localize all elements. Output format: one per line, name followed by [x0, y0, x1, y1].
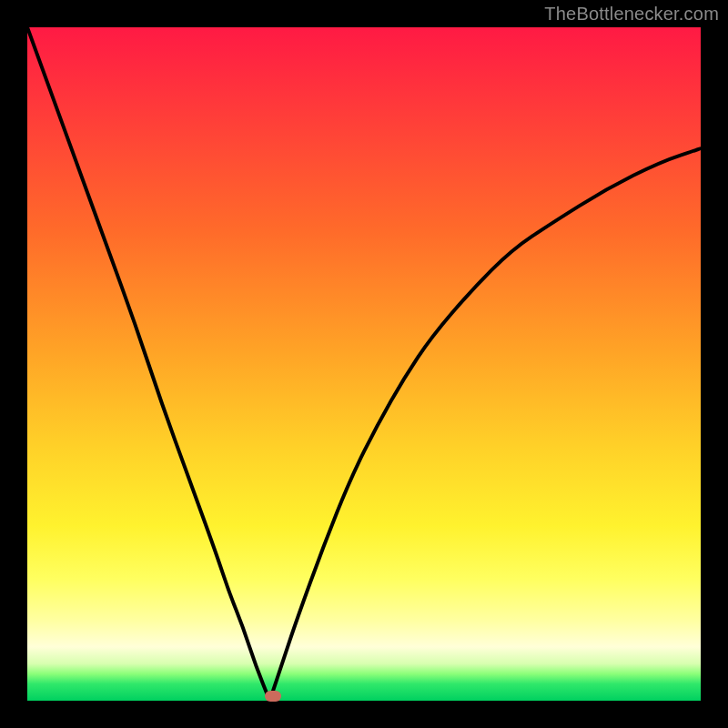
- plot-area: [27, 27, 701, 701]
- chart-frame: TheBottlenecker.com: [0, 0, 728, 728]
- watermark-text: TheBottlenecker.com: [544, 4, 719, 25]
- curve-path: [27, 27, 701, 701]
- bottleneck-curve: [27, 27, 701, 701]
- optimum-marker: [265, 691, 281, 702]
